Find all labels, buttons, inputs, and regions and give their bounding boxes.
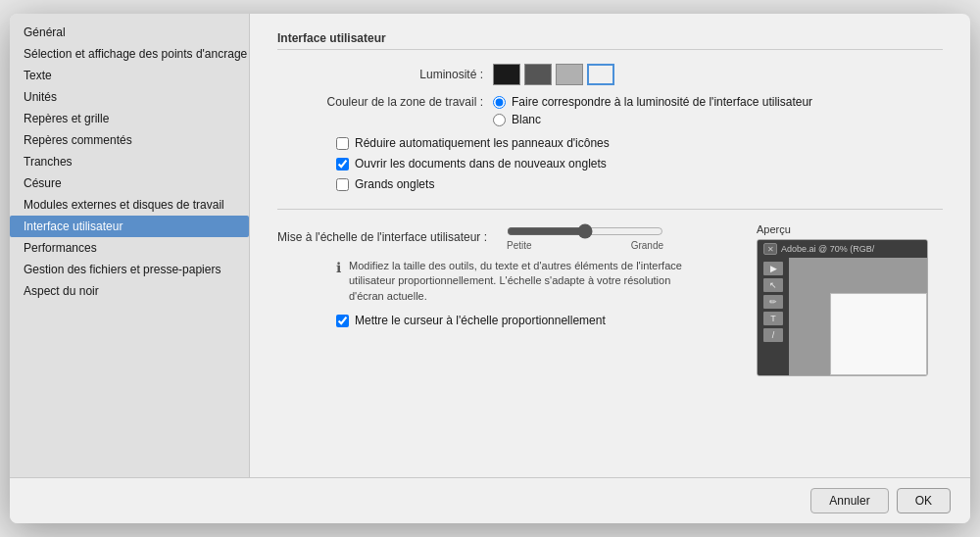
checkbox-label-reduire: Réduire automatiquement les panneaux d'i… bbox=[355, 136, 610, 150]
tool-pen: ✏ bbox=[763, 295, 783, 309]
scale-section: Mise à l'échelle de l'interface utilisat… bbox=[277, 209, 943, 376]
checkbox-row-3: Grands onglets bbox=[336, 177, 943, 191]
radio-correspondre[interactable] bbox=[493, 96, 506, 109]
apercu-canvas bbox=[789, 258, 927, 375]
checkbox-reduire[interactable] bbox=[336, 137, 349, 150]
sidebar-item-interface[interactable]: Interface utilisateur bbox=[10, 216, 249, 237]
scale-slider[interactable] bbox=[507, 223, 663, 239]
info-row: ℹ Modifiez la taille des outils, du text… bbox=[336, 259, 709, 304]
zone-label: Couleur de la zone de travail : bbox=[277, 95, 493, 109]
luminosity-label: Luminosité : bbox=[277, 68, 493, 81]
sidebar-item-reperes-commentes[interactable]: Repères commentés bbox=[10, 129, 249, 151]
checkbox-grands[interactable] bbox=[336, 178, 349, 191]
info-text: Modifiez la taille des outils, du texte … bbox=[349, 259, 709, 304]
sidebar-item-reperes-grille[interactable]: Repères et grille bbox=[10, 108, 249, 129]
checkbox-label-curseur: Mettre le curseur à l'échelle proportion… bbox=[355, 314, 606, 327]
radio-blanc[interactable] bbox=[493, 114, 506, 126]
luminosity-swatches bbox=[493, 64, 614, 85]
info-icon: ℹ bbox=[336, 260, 341, 275]
sidebar-item-tranches[interactable]: Tranches bbox=[10, 151, 249, 172]
radio-label-correspondre: Faire correspondre à la luminosité de l'… bbox=[512, 95, 812, 109]
swatch-black[interactable] bbox=[493, 64, 520, 85]
scale-label: Mise à l'échelle de l'interface utilisat… bbox=[277, 230, 497, 244]
apercu-close-btn: ✕ bbox=[763, 243, 777, 255]
cancel-button[interactable]: Annuler bbox=[810, 488, 888, 513]
main-content: Interface utilisateur Luminosité : Coule… bbox=[250, 14, 970, 477]
apercu-title: Adobe.ai @ 70% (RGB/ bbox=[781, 244, 874, 254]
zone-radio-group: Faire correspondre à la luminosité de l'… bbox=[493, 95, 812, 126]
sidebar-item-texte[interactable]: Texte bbox=[10, 65, 249, 86]
apercu-box: ✕ Adobe.ai @ 70% (RGB/ ▶ ↖ ✏ T bbox=[757, 239, 928, 376]
preferences-dialog: Général Sélection et affichage des point… bbox=[10, 14, 970, 523]
apercu-body: ▶ ↖ ✏ T / bbox=[758, 258, 927, 375]
checkbox-curseur[interactable] bbox=[336, 315, 349, 327]
checkbox-label-ouvrir: Ouvrir les documents dans de nouveaux on… bbox=[355, 157, 607, 171]
apercu-label: Aperçu bbox=[757, 223, 943, 235]
cursor-checkbox-row: Mettre le curseur à l'échelle proportion… bbox=[336, 314, 737, 327]
apercu-topbar: ✕ Adobe.ai @ 70% (RGB/ bbox=[758, 240, 927, 258]
apercu-section: Aperçu ✕ Adobe.ai @ 70% (RGB/ ▶ bbox=[757, 223, 943, 376]
dialog-footer: Annuler OK bbox=[10, 477, 970, 523]
tool-arrow: ▶ bbox=[763, 262, 783, 275]
checkbox-row-1: Réduire automatiquement les panneaux d'i… bbox=[336, 136, 943, 150]
sidebar: Général Sélection et affichage des point… bbox=[10, 14, 250, 477]
sidebar-item-aspect[interactable]: Aspect du noir bbox=[10, 280, 249, 302]
radio-label-blanc: Blanc bbox=[512, 113, 541, 126]
radio-row-1: Faire correspondre à la luminosité de l'… bbox=[493, 95, 812, 109]
slider-label-large: Grande bbox=[631, 240, 663, 251]
checkbox-row-2: Ouvrir les documents dans de nouveaux on… bbox=[336, 157, 943, 171]
sidebar-item-performances[interactable]: Performances bbox=[10, 237, 249, 259]
scale-main: Mise à l'échelle de l'interface utilisat… bbox=[277, 223, 943, 376]
tool-type: T bbox=[763, 312, 783, 325]
ok-button[interactable]: OK bbox=[897, 488, 951, 513]
apercu-inner: ✕ Adobe.ai @ 70% (RGB/ ▶ ↖ ✏ T bbox=[758, 240, 927, 375]
tool-cursor: ↖ bbox=[763, 278, 783, 292]
tool-line: / bbox=[763, 328, 783, 342]
scale-left: Mise à l'échelle de l'interface utilisat… bbox=[277, 223, 737, 376]
section-title: Interface utilisateur bbox=[277, 31, 943, 50]
zone-row: Couleur de la zone de travail : Faire co… bbox=[277, 95, 943, 126]
apercu-toolbar: ▶ ↖ ✏ T / bbox=[758, 258, 789, 375]
sidebar-item-cesure[interactable]: Césure bbox=[10, 172, 249, 194]
checkbox-ouvrir[interactable] bbox=[336, 158, 349, 171]
luminosity-row: Luminosité : bbox=[277, 64, 943, 85]
swatch-light-gray[interactable] bbox=[556, 64, 583, 85]
checkbox-label-grands: Grands onglets bbox=[355, 177, 434, 191]
sidebar-item-gestion[interactable]: Gestion des fichiers et presse-papiers bbox=[10, 259, 249, 280]
apercu-canvas-white bbox=[830, 293, 927, 375]
slider-label-small: Petite bbox=[507, 240, 532, 251]
swatch-dark-gray[interactable] bbox=[524, 64, 552, 85]
slider-labels: Petite Grande bbox=[507, 240, 663, 251]
scale-row: Mise à l'échelle de l'interface utilisat… bbox=[277, 223, 737, 251]
sidebar-item-unites[interactable]: Unités bbox=[10, 86, 249, 108]
slider-container: Petite Grande bbox=[507, 223, 663, 251]
swatch-white[interactable] bbox=[587, 64, 614, 85]
sidebar-item-modules[interactable]: Modules externes et disques de travail bbox=[10, 194, 249, 216]
sidebar-item-general[interactable]: Général bbox=[10, 22, 249, 43]
radio-row-2: Blanc bbox=[493, 113, 812, 126]
sidebar-item-selection[interactable]: Sélection et affichage des points d'ancr… bbox=[10, 43, 249, 65]
